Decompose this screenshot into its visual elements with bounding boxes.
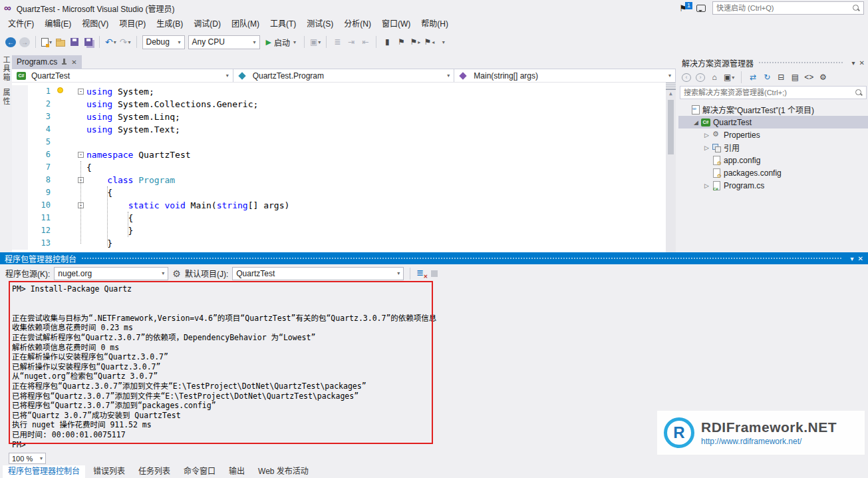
flag-thread-icon[interactable]: ⚑ — [396, 35, 406, 49]
fold-collapse-icon[interactable]: - — [78, 89, 84, 95]
editor-vertical-scrollbar[interactable]: ▲ — [666, 83, 676, 252]
tree-item[interactable]: ▷Properties — [678, 128, 868, 141]
bottom-tab[interactable]: 任务列表 — [133, 465, 176, 478]
editor-zoom-dropdown[interactable]: 100 % ▾ — [9, 453, 46, 464]
tree-item[interactable]: ◢QuartzTest — [678, 116, 868, 128]
close-icon[interactable]: ✕ — [858, 255, 863, 262]
breakpoint-margin[interactable] — [12, 123, 28, 136]
tree-item[interactable]: ▷Program.cs — [678, 179, 868, 192]
pending-changes-filter-icon[interactable]: ▣▾ — [724, 73, 734, 82]
open-file-icon[interactable] — [55, 35, 66, 49]
tree-expand-icon[interactable]: ▷ — [702, 182, 711, 189]
show-all-files-icon[interactable]: ▤ — [790, 73, 799, 82]
stop-icon[interactable] — [431, 270, 438, 277]
default-project-dropdown[interactable]: QuartzTest▾ — [232, 267, 404, 280]
breakpoint-margin[interactable] — [12, 85, 28, 98]
solution-explorer-search-box[interactable] — [680, 86, 867, 99]
clear-console-icon[interactable] — [416, 269, 427, 278]
tree-item[interactable]: app.config — [678, 154, 868, 166]
member-dropdown[interactable]: Main(string[] args) ▾ — [454, 69, 676, 82]
back-icon[interactable]: ‹ — [682, 73, 691, 82]
collapse-all-icon[interactable]: ⊟ — [776, 73, 786, 82]
type-dropdown[interactable]: QuartzTest.Program ▾ — [233, 69, 455, 82]
scrollbar-thumb[interactable] — [668, 100, 674, 154]
redo-icon[interactable]: ↷▾ — [120, 35, 131, 49]
breakpoint-margin[interactable] — [12, 111, 28, 123]
tree-item[interactable]: 解决方案“QuartzTest”(1 个项目) — [678, 103, 868, 116]
notifications-flag-icon[interactable]: ⚑1 — [676, 3, 690, 13]
menu-item[interactable]: 编辑(E) — [39, 16, 76, 32]
new-file-icon[interactable]: ▾ — [41, 35, 52, 49]
code-editor[interactable]: 1-using System;2using System.Collections… — [12, 83, 676, 252]
refresh-icon[interactable]: ↻ — [762, 73, 772, 82]
bottom-tab[interactable]: 错误列表 — [88, 465, 130, 478]
step-into-icon[interactable]: ⇥ — [346, 35, 357, 49]
scroll-up-icon[interactable]: ▲ — [669, 90, 672, 98]
step-commands-icon[interactable]: ≣ — [332, 35, 343, 49]
hot-reload-icon[interactable]: ▣▾ — [310, 35, 321, 49]
solution-explorer-header[interactable]: 解决方案资源管理器 ▾ ✕ — [678, 56, 868, 69]
undo-icon[interactable]: ↶▾ — [105, 35, 116, 49]
breakpoint-margin[interactable] — [12, 237, 28, 250]
menu-item[interactable]: 生成(B) — [151, 16, 188, 32]
forward-icon[interactable]: › — [696, 73, 705, 82]
tree-item[interactable]: packages.config — [678, 166, 868, 179]
close-icon[interactable]: ✕ — [859, 59, 865, 67]
solution-explorer-search-input[interactable] — [684, 89, 855, 97]
close-icon[interactable]: ✕ — [71, 59, 76, 66]
bottom-tab[interactable]: 命令窗口 — [178, 465, 221, 478]
menu-item[interactable]: 团队(M) — [226, 16, 265, 32]
start-debug-button[interactable]: ▶ 启动 ▾ — [263, 35, 299, 49]
bookmark-icon[interactable]: ▮ — [382, 35, 392, 49]
sync-with-active-document-icon[interactable]: ⇄ — [748, 73, 758, 82]
quick-launch-box[interactable] — [712, 1, 864, 15]
bottom-tab[interactable]: 程序包管理器控制台 — [3, 465, 85, 478]
prev-bookmark-icon[interactable]: ⚑◂ — [424, 35, 434, 49]
quick-launch-input[interactable] — [716, 4, 853, 12]
navigate-forward-icon[interactable]: → — [19, 37, 30, 47]
tree-expand-icon[interactable]: ◢ — [692, 119, 700, 126]
window-position-icon[interactable]: ▾ — [851, 255, 854, 262]
menu-item[interactable]: 测试(S) — [301, 16, 339, 32]
step-over-icon[interactable]: ⇤ — [360, 35, 370, 49]
next-bookmark-icon[interactable]: ⚑▸ — [410, 35, 420, 49]
menu-item[interactable]: 帮助(H) — [416, 16, 454, 32]
navigate-back-icon[interactable]: ← — [5, 37, 16, 47]
watermark-url[interactable]: http://www.rdiframework.net/ — [701, 437, 837, 446]
breakpoint-margin[interactable] — [12, 199, 28, 212]
breakpoint-margin[interactable] — [12, 98, 28, 111]
menu-item[interactable]: 视图(V) — [76, 16, 114, 32]
home-icon[interactable]: ⌂ — [710, 73, 719, 82]
pin-icon[interactable] — [61, 59, 67, 66]
bottom-tab[interactable]: Web 发布活动 — [253, 465, 314, 478]
breakpoint-margin[interactable] — [12, 224, 28, 237]
solution-platform-dropdown[interactable]: Any CPU▾ — [188, 35, 260, 49]
feedback-icon[interactable] — [696, 5, 706, 12]
breakpoint-margin[interactable] — [12, 148, 28, 161]
menu-item[interactable]: 窗口(W) — [376, 16, 416, 32]
breakpoint-margin[interactable] — [12, 161, 28, 174]
breakpoint-margin[interactable] — [12, 136, 28, 148]
fold-collapse-icon[interactable]: - — [78, 152, 84, 158]
breakpoint-margin[interactable] — [12, 212, 28, 224]
save-all-icon[interactable] — [83, 35, 94, 49]
package-source-settings-gear-icon[interactable]: ⚙ — [172, 268, 181, 279]
quick-action-lightbulb-icon[interactable] — [57, 87, 63, 93]
document-tab-program-cs[interactable]: Program.cs ✕ — [12, 55, 82, 69]
package-source-dropdown[interactable]: nuget.org▾ — [54, 267, 168, 280]
splitter-grip[interactable] — [666, 83, 676, 90]
window-position-icon[interactable]: ▾ — [852, 59, 855, 67]
tree-expand-icon[interactable]: ▷ — [702, 132, 711, 138]
save-icon[interactable] — [69, 35, 80, 49]
side-dock-tab[interactable]: 工具箱 — [1, 56, 11, 82]
menu-item[interactable]: 调试(D) — [188, 16, 226, 32]
breakpoint-margin[interactable] — [12, 186, 28, 199]
menu-item[interactable]: 分析(N) — [339, 16, 376, 32]
tree-expand-icon[interactable]: ▷ — [702, 144, 711, 151]
view-code-icon[interactable]: <> — [804, 73, 813, 82]
toolbar-overflow-icon[interactable]: ▾ — [438, 35, 448, 49]
side-dock-tab[interactable]: 属性 — [1, 89, 11, 106]
properties-icon[interactable]: ⚙ — [818, 73, 827, 82]
tree-item[interactable]: ▷引用 — [678, 141, 868, 154]
menu-item[interactable]: 项目(P) — [114, 16, 151, 32]
